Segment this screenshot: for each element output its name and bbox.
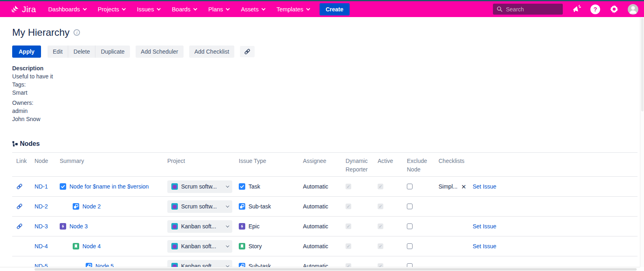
help-icon[interactable]: ? xyxy=(590,4,600,14)
gear-icon[interactable] xyxy=(609,4,619,14)
description-block: Description Useful to have it Tags: Smar… xyxy=(12,64,638,123)
exclude-node-checkbox[interactable] xyxy=(407,204,413,209)
add-scheduler-button[interactable]: Add Scheduler xyxy=(136,46,184,58)
active-checkbox: ✓ xyxy=(378,204,383,209)
assignee-value: Automatic xyxy=(303,183,328,190)
summary-link[interactable]: Node 2 xyxy=(82,203,101,210)
nodes-table: Link Node Summary Project Issue Type Ass… xyxy=(12,152,638,271)
project-cell: Kanban soft... xyxy=(163,220,235,233)
link-cell xyxy=(12,223,30,230)
chevron-down-icon xyxy=(83,7,87,11)
link-icon[interactable] xyxy=(16,183,23,190)
announcements-icon[interactable] xyxy=(572,4,581,14)
nav-item-boards[interactable]: Boards xyxy=(172,6,196,13)
jira-logo[interactable]: Jira xyxy=(11,4,36,14)
apply-button[interactable]: Apply xyxy=(12,46,41,58)
nav-item-dashboards[interactable]: Dashboards xyxy=(48,6,86,13)
project-select[interactable]: Kanban soft... xyxy=(167,220,232,233)
create-button[interactable]: Create xyxy=(320,3,350,15)
set-issue-link[interactable]: Set Issue xyxy=(473,183,496,190)
vertical-scrollbar-thumb[interactable] xyxy=(641,18,644,111)
assignee-cell: Automatic xyxy=(299,223,341,230)
exclude-node-cell xyxy=(403,223,434,229)
project-select[interactable]: Scrum softw... xyxy=(167,200,232,213)
nodes-table-body: ND-1 Node for $name in the $version Scru… xyxy=(12,177,638,271)
duplicate-button[interactable]: Duplicate xyxy=(95,46,130,58)
issue-type-cell: Epic xyxy=(235,223,299,230)
link-icon[interactable] xyxy=(16,223,23,230)
project-select[interactable]: Kanban soft... xyxy=(167,240,232,253)
node-key-link[interactable]: ND-3 xyxy=(35,223,48,230)
assignee-cell: Automatic xyxy=(299,183,341,190)
nav-item-templates[interactable]: Templates xyxy=(277,6,309,13)
col-header-exclude-node: Exclude Node xyxy=(403,153,434,176)
edit-button[interactable]: Edit xyxy=(48,46,68,58)
copy-link-button[interactable] xyxy=(240,46,255,57)
node-key-link[interactable]: ND-4 xyxy=(35,243,48,249)
description-heading: Description xyxy=(12,64,638,72)
issue-type-label: Story xyxy=(249,243,262,249)
exclude-node-checkbox[interactable] xyxy=(407,223,413,229)
summary-cell: Node for $name in the $version xyxy=(56,183,163,190)
node-cell: ND-1 xyxy=(30,183,56,190)
col-header-link: Link xyxy=(12,153,30,176)
link-cell xyxy=(12,203,30,210)
exclude-node-checkbox[interactable] xyxy=(407,184,413,189)
tags-label: Tags: xyxy=(12,80,638,89)
story-icon xyxy=(73,243,79,249)
project-select[interactable]: Scrum softw... xyxy=(167,180,232,193)
chevron-down-icon xyxy=(193,7,197,11)
chevron-down-icon xyxy=(226,204,229,207)
project-avatar-icon xyxy=(171,183,178,190)
nav-item-assets[interactable]: Assets xyxy=(241,6,264,13)
assignee-cell: Automatic xyxy=(299,243,341,249)
set-issue-link[interactable]: Set Issue xyxy=(473,243,496,249)
dynamic-reporter-cell: ✓ xyxy=(341,223,374,229)
nav-item-plans[interactable]: Plans xyxy=(208,6,229,13)
node-key-link[interactable]: ND-2 xyxy=(35,203,48,210)
exclude-node-checkbox[interactable] xyxy=(407,243,413,249)
user-avatar[interactable] xyxy=(628,4,638,15)
chevron-down-icon xyxy=(306,7,310,11)
table-row: ND-4 Node 4 Kanban soft... Story Automat… xyxy=(12,236,638,256)
link-icon[interactable] xyxy=(16,203,23,210)
chevron-down-icon xyxy=(226,184,229,187)
active-checkbox: ✓ xyxy=(378,184,383,189)
summary-link[interactable]: Node for $name in the $version xyxy=(69,183,149,190)
col-header-issue-type: Issue Type xyxy=(235,153,299,176)
info-icon[interactable]: i xyxy=(73,29,80,36)
active-cell: ✓ xyxy=(374,223,403,229)
page-title: My Hierarchy xyxy=(12,27,69,38)
summary-link[interactable]: Node 4 xyxy=(82,243,101,249)
table-row: ND-1 Node for $name in the $version Scru… xyxy=(12,177,638,197)
horizontal-scrollbar[interactable] xyxy=(0,267,640,271)
set-issue-link[interactable]: Set Issue xyxy=(473,223,496,230)
search-box[interactable] xyxy=(493,4,563,15)
project-cell: Scrum softw... xyxy=(163,200,235,213)
project-avatar-icon xyxy=(171,243,178,249)
nav-item-projects[interactable]: Projects xyxy=(98,6,125,13)
owner-name: admin xyxy=(12,107,638,115)
add-checklist-button[interactable]: Add Checklist xyxy=(189,46,235,58)
remove-checklist-icon[interactable]: ✕ xyxy=(461,184,467,190)
active-cell: ✓ xyxy=(374,184,403,189)
dynamic-reporter-checkbox: ✓ xyxy=(346,184,351,189)
vertical-scrollbar[interactable] xyxy=(640,17,644,267)
table-row: ND-3 Node 3 Kanban soft... Epic Automati… xyxy=(12,217,638,236)
subtask-icon xyxy=(73,203,79,210)
delete-button[interactable]: Delete xyxy=(68,46,95,58)
task-icon xyxy=(60,183,66,190)
exclude-node-cell xyxy=(403,204,434,209)
col-header-assignee: Assignee xyxy=(299,153,341,176)
nav-item-issues[interactable]: Issues xyxy=(137,6,160,13)
horizontal-scrollbar-thumb[interactable] xyxy=(35,268,637,271)
epic-icon xyxy=(239,223,245,230)
tags-value: Smart xyxy=(12,89,638,97)
project-cell: Kanban soft... xyxy=(163,240,235,253)
summary-link[interactable]: Node 3 xyxy=(69,223,88,230)
search-input[interactable] xyxy=(506,6,555,13)
owners-label: Owners: xyxy=(12,99,638,107)
active-checkbox: ✓ xyxy=(378,243,383,249)
node-key-link[interactable]: ND-1 xyxy=(35,183,48,190)
nav-item-label: Issues xyxy=(137,6,154,13)
